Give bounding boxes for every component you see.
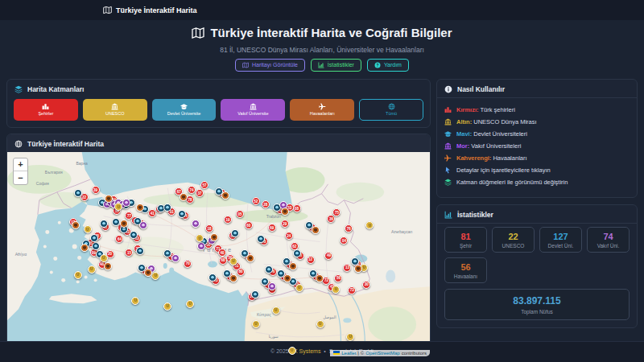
city-marker[interactable]: 57 — [200, 181, 208, 189]
private-university-marker[interactable] — [268, 282, 276, 290]
state-university-marker[interactable] — [231, 229, 239, 237]
statistics-button[interactable]: İstatistikler — [311, 59, 361, 72]
private-university-marker[interactable] — [122, 199, 130, 207]
city-marker[interactable]: 49 — [324, 252, 332, 260]
city-marker[interactable]: 37 — [196, 189, 204, 197]
airport-marker[interactable] — [246, 254, 254, 262]
city-marker[interactable]: 29 — [281, 220, 289, 228]
airport-marker[interactable] — [144, 269, 152, 277]
map-canvas[interactable]: + − СофияБългарияВарнаΑθήναTürkiyeΚύπρος… — [7, 152, 430, 356]
city-marker[interactable]: 75 — [332, 208, 341, 216]
city-marker[interactable]: 60 — [245, 221, 253, 229]
airport-marker[interactable] — [354, 265, 362, 273]
layer-button-t-m-[interactable]: Tümü — [359, 99, 423, 121]
unesco-marker[interactable]: U — [84, 225, 92, 233]
unesco-marker[interactable]: U — [229, 257, 237, 265]
airport-marker[interactable] — [80, 244, 89, 252]
state-university-marker[interactable] — [163, 204, 171, 212]
layer-button-vak-f-niversite[interactable]: Vakıf Üniversite — [221, 99, 285, 121]
navbar-brand[interactable]: Türkiye İnteraktif Harita — [103, 6, 197, 14]
city-marker[interactable]: 24 — [285, 232, 293, 240]
airport-marker[interactable] — [72, 221, 80, 229]
state-university-marker[interactable] — [208, 274, 217, 282]
unesco-marker[interactable]: U — [100, 254, 108, 262]
state-university-marker[interactable] — [178, 210, 186, 218]
city-marker[interactable]: 18 — [205, 224, 213, 232]
unesco-marker[interactable]: U — [114, 203, 122, 211]
layer-button-devlet-niversite[interactable]: Devlet Üniversite — [152, 99, 217, 121]
zoom-out-button[interactable]: − — [14, 171, 27, 184]
city-marker[interactable]: 30 — [362, 281, 370, 289]
leaflet-link[interactable]: Leaflet — [341, 351, 356, 356]
osm-link[interactable]: OpenStreetMap — [365, 351, 399, 356]
unesco-marker[interactable]: U — [131, 297, 139, 305]
city-marker[interactable]: 77 — [125, 212, 133, 220]
state-university-marker[interactable] — [92, 242, 100, 250]
unesco-marker[interactable]: U — [332, 286, 340, 294]
city-marker[interactable]: 74 — [188, 186, 196, 194]
city-marker[interactable]: 52 — [252, 197, 260, 205]
layer-button-unesco[interactable]: UNESCO — [83, 99, 147, 121]
airport-marker[interactable] — [281, 208, 289, 216]
city-marker[interactable]: 08 — [293, 204, 301, 212]
unesco-marker[interactable]: U — [346, 333, 354, 341]
city-marker[interactable]: 13 — [343, 264, 351, 272]
airport-marker[interactable] — [104, 262, 112, 270]
unesco-marker[interactable]: U — [295, 284, 303, 292]
help-button[interactable]: ?Yardım — [367, 59, 409, 72]
state-university-marker[interactable] — [90, 234, 98, 242]
city-marker[interactable]: 69 — [268, 224, 276, 232]
city-marker[interactable]: 19 — [224, 216, 232, 224]
state-university-marker[interactable] — [74, 189, 82, 197]
unesco-marker[interactable]: U — [74, 271, 82, 279]
city-marker[interactable]: 70 — [184, 260, 192, 268]
state-university-marker[interactable] — [265, 265, 273, 274]
airport-marker[interactable] — [283, 274, 291, 282]
city-marker[interactable]: 73 — [348, 286, 356, 294]
city-marker[interactable]: 80 — [237, 268, 245, 276]
airport-marker[interactable] — [180, 193, 188, 201]
airport-marker[interactable] — [221, 191, 229, 200]
airport-marker[interactable] — [289, 262, 297, 270]
airport-marker[interactable] — [229, 274, 237, 282]
state-university-marker[interactable] — [163, 249, 171, 257]
city-marker[interactable]: 64 — [115, 235, 123, 243]
unesco-marker[interactable]: U — [196, 234, 204, 242]
airport-marker[interactable] — [105, 195, 113, 203]
unesco-marker[interactable]: U — [88, 265, 96, 274]
airport-marker[interactable] — [312, 226, 320, 234]
state-university-marker[interactable] — [257, 235, 265, 243]
view-map-button[interactable]: Haritayı Görüntüle — [235, 59, 305, 72]
private-university-marker[interactable] — [171, 254, 180, 262]
state-university-marker[interactable] — [136, 247, 144, 255]
unesco-marker[interactable]: U — [151, 272, 159, 280]
city-marker[interactable]: 04 — [340, 237, 348, 245]
unesco-marker[interactable]: U — [365, 221, 374, 229]
zoom-in-button[interactable]: + — [14, 158, 27, 171]
city-marker[interactable]: 05 — [236, 210, 244, 218]
state-university-marker[interactable] — [100, 220, 108, 228]
state-university-marker[interactable] — [251, 290, 259, 298]
city-marker[interactable]: 12 — [307, 256, 315, 264]
airport-marker[interactable] — [316, 274, 324, 282]
city-marker[interactable]: 39 — [92, 186, 100, 194]
city-marker[interactable]: 68 — [219, 257, 227, 265]
airport-marker[interactable] — [210, 233, 218, 241]
city-marker[interactable]: 40 — [218, 249, 226, 257]
layer-button--ehirler[interactable]: Şehirler — [14, 99, 78, 121]
layer-button-havaalanlar-[interactable]: Havaalanları — [290, 99, 354, 121]
city-marker[interactable]: 76 — [345, 224, 353, 232]
city-marker[interactable]: 15 — [125, 249, 133, 257]
private-university-marker[interactable] — [192, 220, 200, 228]
city-marker[interactable]: 36 — [327, 215, 335, 223]
state-university-marker[interactable] — [112, 218, 120, 226]
private-university-marker[interactable] — [197, 242, 205, 250]
state-university-marker[interactable] — [293, 249, 301, 257]
airport-marker[interactable] — [136, 204, 144, 212]
city-marker[interactable]: 56 — [334, 274, 342, 282]
state-university-marker[interactable] — [130, 231, 138, 239]
unesco-marker[interactable]: U — [186, 300, 194, 308]
airport-marker[interactable] — [120, 220, 128, 228]
unesco-marker[interactable]: U — [288, 347, 296, 355]
city-marker[interactable]: 28 — [262, 200, 270, 208]
